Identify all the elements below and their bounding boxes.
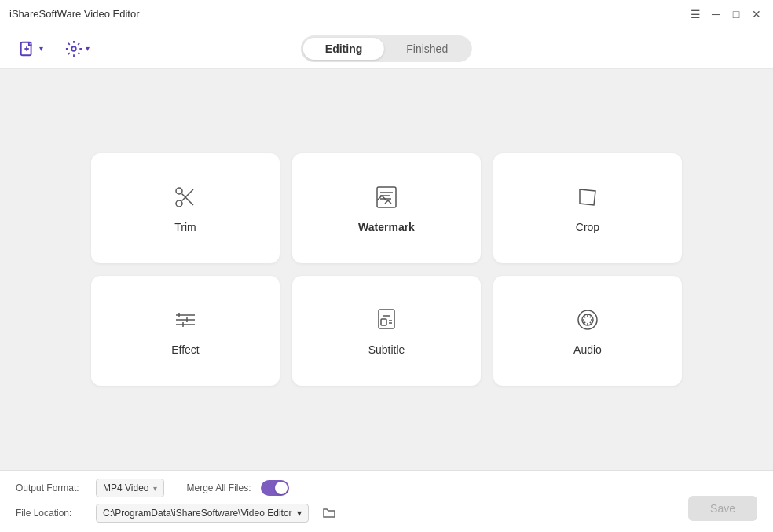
bottom-rows: Output Format: MP4 Video ▾ Merge All Fil… — [16, 479, 757, 524]
subtitle-label: Subtitle — [368, 343, 405, 356]
watermark-label: Watermark — [358, 221, 415, 233]
subtitle-card[interactable]: Subtitle — [292, 276, 481, 386]
audio-card[interactable]: Audio — [493, 276, 682, 386]
trim-label: Trim — [174, 221, 196, 233]
output-format-chevron: ▾ — [153, 484, 157, 493]
window-controls: ☰ ─ □ ✕ — [688, 7, 764, 21]
titlebar: iShareSoftWare Video Editor ☰ ─ □ ✕ — [0, 0, 773, 28]
maximize-btn[interactable]: □ — [729, 7, 743, 21]
close-btn[interactable]: ✕ — [749, 7, 764, 21]
main-content: Trim Watermark Crop — [0, 69, 773, 470]
svg-point-5 — [176, 200, 182, 207]
menu-btn[interactable]: ☰ — [688, 7, 702, 21]
output-format-row: Output Format: MP4 Video ▾ Merge All Fil… — [16, 479, 757, 497]
toolbar: ▾ ▾ Editing Finished — [0, 28, 773, 69]
audio-label: Audio — [573, 343, 602, 356]
svg-line-31 — [584, 322, 585, 323]
add-file-button[interactable]: ▾ — [13, 35, 49, 62]
file-location-value: C:\ProgramData\iShareSoftware\Video Edit… — [103, 508, 292, 519]
file-location-select[interactable]: C:\ProgramData\iShareSoftware\Video Edit… — [96, 504, 309, 523]
crop-card[interactable]: Crop — [493, 153, 682, 263]
tab-finished[interactable]: Finished — [384, 38, 470, 60]
svg-point-3 — [71, 46, 76, 51]
add-file-chevron: ▾ — [39, 44, 43, 53]
file-location-label: File Location: — [16, 508, 86, 519]
svg-line-32 — [590, 317, 591, 317]
settings-button[interactable]: ▾ — [59, 35, 96, 62]
output-format-value: MP4 Video — [103, 482, 148, 493]
save-button[interactable]: Save — [688, 496, 757, 521]
effect-label: Effect — [171, 343, 200, 356]
file-location-row: File Location: C:\ProgramData\iShareSoft… — [16, 502, 757, 524]
audio-icon — [573, 306, 602, 334]
cards-grid: Trim Watermark Crop — [91, 153, 682, 386]
svg-line-30 — [590, 322, 591, 323]
trim-card[interactable]: Trim — [91, 153, 280, 263]
svg-point-4 — [176, 188, 182, 194]
crop-label: Crop — [576, 221, 599, 233]
crop-icon — [573, 183, 602, 211]
output-format-label: Output Format: — [16, 482, 86, 493]
output-format-select[interactable]: MP4 Video ▾ — [96, 479, 164, 497]
tab-editing[interactable]: Editing — [303, 38, 384, 60]
merge-files-label: Merge All Files: — [186, 482, 251, 493]
merge-toggle[interactable] — [261, 480, 289, 496]
minimize-btn[interactable]: ─ — [709, 7, 723, 21]
watermark-icon — [372, 183, 401, 211]
watermark-card[interactable]: Watermark — [292, 153, 481, 263]
app-title: iShareSoftWare Video Editor — [9, 8, 139, 20]
svg-rect-20 — [381, 319, 386, 325]
svg-point-23 — [578, 310, 597, 329]
effect-icon — [171, 306, 200, 334]
tab-toggle: Editing Finished — [301, 35, 472, 62]
svg-line-29 — [584, 317, 585, 317]
settings-chevron: ▾ — [86, 44, 90, 53]
scissors-icon — [171, 183, 200, 211]
subtitle-icon — [372, 306, 401, 334]
bottom-bar: Output Format: MP4 Video ▾ Merge All Fil… — [0, 470, 773, 532]
effect-card[interactable]: Effect — [91, 276, 280, 386]
file-location-chevron: ▾ — [297, 508, 302, 519]
browse-folder-button[interactable] — [318, 502, 340, 524]
